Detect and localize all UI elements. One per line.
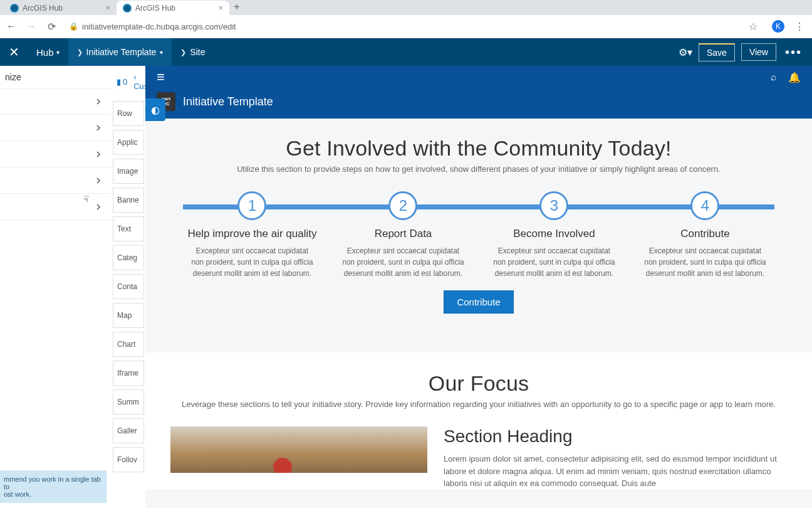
site-header: ≡ ⌕ 🔔 esriDC Initiative Template bbox=[145, 66, 812, 119]
more-icon[interactable]: ••• bbox=[783, 45, 804, 60]
favicon-icon bbox=[123, 4, 132, 13]
url-text: initiativetemplate-dc.hubqa.arcgis.com/e… bbox=[82, 22, 236, 31]
customize-panel: nize ☟ mmend you work in a single tab to… bbox=[0, 66, 113, 508]
card-map[interactable]: Map bbox=[113, 303, 144, 328]
card-applic[interactable]: Applic bbox=[113, 130, 144, 155]
card-banne[interactable]: Banne bbox=[113, 188, 144, 213]
focus-section: Our Focus Leverage these sections to tel… bbox=[145, 352, 812, 490]
close-icon[interactable]: × bbox=[105, 3, 110, 13]
lock-icon: 🔒 bbox=[69, 22, 78, 31]
hamburger-icon[interactable]: ≡ bbox=[157, 69, 165, 85]
address-bar: ← → ⟳ 🔒 initiativetemplate-dc.hubqa.arcg… bbox=[0, 15, 812, 38]
hub-menu[interactable]: Hub ▾ bbox=[28, 47, 68, 58]
chevron-right-icon: ❯ bbox=[180, 48, 186, 56]
card-row[interactable]: Row bbox=[113, 101, 144, 126]
step-desc: Excepteur sint occaecat cupidatat non pr… bbox=[185, 245, 318, 279]
card-chart[interactable]: Chart bbox=[113, 332, 144, 357]
favicon-icon bbox=[10, 4, 19, 13]
section-subtext: Leverage these sections to tell your ini… bbox=[170, 400, 787, 409]
step-desc: Excepteur sint occaecat cupidatat non pr… bbox=[638, 245, 771, 279]
card-conta[interactable]: Conta bbox=[113, 274, 144, 299]
section-heading: Get Involved with the Community Today! bbox=[170, 136, 787, 161]
contribute-button[interactable]: Contribute bbox=[444, 290, 513, 314]
focus-body: Lorem ipsum dolor sit amet, consectetur … bbox=[444, 453, 787, 490]
view-button[interactable]: View bbox=[741, 43, 776, 61]
caret-down-icon: ▾ bbox=[160, 49, 163, 56]
close-icon[interactable]: × bbox=[218, 3, 223, 13]
panel-row[interactable] bbox=[0, 167, 113, 194]
section-heading: Our Focus bbox=[170, 371, 787, 396]
reload-button[interactable]: ⟳ bbox=[45, 21, 58, 33]
breadcrumb-label: Site bbox=[190, 47, 205, 57]
browser-tab[interactable]: ArcGIS Hub × bbox=[117, 1, 229, 15]
bell-icon[interactable]: 🔔 bbox=[788, 71, 801, 83]
card-follov[interactable]: Follov bbox=[113, 447, 144, 472]
step-title: Become Involved bbox=[487, 228, 620, 240]
tab-title: ArcGIS Hub bbox=[135, 4, 175, 13]
panel-row[interactable] bbox=[0, 194, 113, 220]
breadcrumb-initiative[interactable]: ❯ Initiative Template ▾ bbox=[68, 38, 172, 66]
step-number: 3 bbox=[539, 191, 568, 220]
new-tab-button[interactable]: + bbox=[229, 1, 244, 13]
forward-button[interactable]: → bbox=[25, 21, 38, 32]
save-button[interactable]: Save bbox=[699, 43, 735, 61]
star-icon[interactable]: ☆ bbox=[747, 21, 759, 33]
card-text[interactable]: Text bbox=[113, 216, 144, 241]
card-summ[interactable]: Summ bbox=[113, 389, 144, 415]
step: 3Become InvolvedExcepteur sint occaecat … bbox=[487, 191, 620, 279]
card-palette: ▮0 ‹ Cust RowApplicImageBanneTextCategCo… bbox=[113, 66, 145, 508]
chevron-right-icon: ❯ bbox=[77, 48, 83, 56]
panel-row[interactable] bbox=[0, 141, 113, 167]
close-editor-button[interactable]: ✕ bbox=[0, 38, 28, 66]
search-icon[interactable]: ⌕ bbox=[771, 71, 777, 83]
step-number: 4 bbox=[690, 191, 719, 220]
step-number: 1 bbox=[237, 191, 266, 220]
sharing-icon[interactable]: ⚙▾ bbox=[679, 46, 692, 58]
panel-title: nize bbox=[5, 72, 21, 82]
panel-row[interactable] bbox=[0, 88, 113, 115]
back-button[interactable]: ← bbox=[5, 21, 18, 32]
step: 4ContributeExcepteur sint occaecat cupid… bbox=[638, 191, 771, 279]
panel-row[interactable] bbox=[0, 115, 113, 141]
page-indicator[interactable]: ▮0 bbox=[117, 77, 127, 87]
section-subtext: Utilize this section to provide steps on… bbox=[170, 164, 787, 174]
cursor-icon: ☟ bbox=[83, 194, 89, 204]
breadcrumb-label: Initiative Template bbox=[86, 47, 157, 57]
site-title: Initiative Template bbox=[183, 95, 273, 108]
card-iframe[interactable]: Iframe bbox=[113, 361, 144, 386]
url-bar[interactable]: 🔒 initiativetemplate-dc.hubqa.arcgis.com… bbox=[69, 22, 739, 31]
step-desc: Excepteur sint occaecat cupidatat non pr… bbox=[487, 245, 620, 279]
site-preview: ◐ ≡ ⌕ 🔔 esriDC Initiative Template Get I… bbox=[145, 66, 812, 508]
tab-title: ArcGIS Hub bbox=[23, 4, 63, 13]
browser-tabstrip: ArcGIS Hub × ArcGIS Hub × + bbox=[0, 0, 812, 15]
card-galler[interactable]: Galler bbox=[113, 418, 144, 443]
card-image[interactable]: Image bbox=[113, 159, 144, 184]
step-desc: Excepteur sint occaecat cupidatat non pr… bbox=[336, 245, 469, 279]
caret-down-icon: ▾ bbox=[56, 49, 60, 56]
hub-label: Hub bbox=[36, 47, 54, 58]
step-title: Contribute bbox=[638, 228, 771, 240]
involved-section: Get Involved with the Community Today! U… bbox=[145, 119, 812, 339]
kebab-icon[interactable]: ⋮ bbox=[792, 21, 807, 33]
step-number: 2 bbox=[388, 191, 417, 220]
step: 1Help improve the air qualityExcepteur s… bbox=[185, 191, 318, 279]
app-bar: ✕ Hub ▾ ❯ Initiative Template ▾ ❯ Site ⚙… bbox=[0, 38, 812, 66]
focus-subheading: Section Heading bbox=[444, 426, 787, 447]
focus-image bbox=[170, 426, 427, 473]
step-title: Report Data bbox=[336, 228, 469, 240]
profile-badge[interactable]: K bbox=[772, 20, 784, 33]
browser-tab[interactable]: ArcGIS Hub × bbox=[4, 1, 117, 15]
step: 2Report DataExcepteur sint occaecat cupi… bbox=[336, 191, 469, 279]
card-categ[interactable]: Categ bbox=[113, 245, 144, 270]
breadcrumb-site[interactable]: ❯ Site bbox=[172, 38, 214, 66]
contrast-toggle[interactable]: ◐ bbox=[145, 98, 165, 121]
step-title: Help improve the air quality bbox=[185, 228, 318, 240]
info-tip: mmend you work in a single tab to ost wo… bbox=[0, 470, 107, 503]
